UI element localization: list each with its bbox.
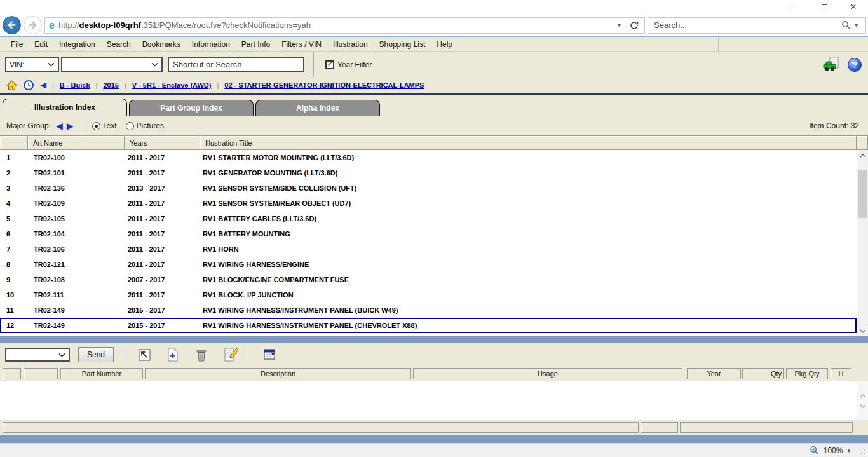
parts-scrollbar[interactable] [857,381,868,420]
pictures-radio[interactable] [126,122,134,130]
breadcrumb-year-link[interactable]: 2015 [103,81,118,89]
chevron-down-icon[interactable] [860,404,866,408]
table-row-selected[interactable]: 12TR02-1492015 - 2017RV1 WIRING HARNESS/… [0,318,857,333]
table-row[interactable]: 4TR02-1092011 - 2017RV1 SENSOR SYSTEM/RE… [0,196,857,211]
chevron-up-icon[interactable] [860,394,866,398]
shortcut-search-input[interactable]: Shortcut or Search [168,57,304,72]
filter-bar: Major Group: ◀ ▶ Text Pictures Item Coun… [0,116,868,135]
parts-header-year[interactable]: Year [687,368,741,379]
menu-illustration[interactable]: Illustration [327,40,374,49]
tab-illustration-index[interactable]: Illustration Index [3,99,127,116]
parts-toolbar: Send [0,343,868,367]
menu-shopping-list[interactable]: Shopping List [374,40,431,49]
breadcrumb-make-link[interactable]: B - Buick [60,81,90,89]
home-icon[interactable] [6,80,17,90]
scrollbar-thumb[interactable] [858,170,867,218]
parts-header-h[interactable]: H [831,368,851,379]
vin-select[interactable]: VIN: [5,57,59,72]
status-bar: 100% ▾ [0,443,868,457]
header-illustration-title[interactable]: Illustration Title [200,136,857,150]
chevron-down-icon [860,329,866,333]
menu-filters-vin[interactable]: Filters / VIN [276,40,327,49]
add-item-button[interactable] [165,347,180,362]
tab-part-group-index[interactable]: Part Group Index [129,100,254,116]
history-clock-icon[interactable] [23,79,34,91]
year-filter-checkbox[interactable]: ✓ [325,60,334,69]
search-icon[interactable] [841,20,851,30]
scroll-up-button[interactable] [857,150,868,161]
minimize-icon: – [792,2,797,12]
parts-header-qty[interactable]: Qty [742,368,784,379]
menu-divider [718,37,719,52]
parts-header-part-number[interactable]: Part Number [60,368,143,379]
navigation-bar: e http://desktop-l09qrhf:351/PQMace/root… [0,15,868,36]
forward-button[interactable] [24,16,42,34]
delete-button[interactable] [194,347,209,362]
parts-rows-empty [0,381,857,420]
add-document-icon [165,347,180,362]
tab-alpha-index[interactable]: Alpha Index [255,100,380,116]
menu-help[interactable]: Help [431,40,458,49]
breadcrumb: ◀ | B - Buick | 2015 | V - 5R1 - Enclave… [0,77,868,95]
major-group-next-icon[interactable]: ▶ [67,121,74,131]
restore-button[interactable] [810,0,839,14]
table-row[interactable]: 9TR02-1082007 - 2017RV1 BLOCK/ENGINE COM… [0,272,857,287]
vehicle-select[interactable] [61,57,163,72]
parts-header-usage[interactable]: Usage [413,368,682,379]
parts-action-select[interactable] [5,348,70,362]
close-button[interactable]: × [839,0,868,14]
menu-part-info[interactable]: Part Info [236,40,276,49]
table-row[interactable]: 10TR02-1112011 - 2017RV1 BLOCK- I/P JUNC… [0,287,857,303]
help-button[interactable]: ? [848,58,862,72]
chevron-up-icon [860,154,866,158]
zoom-level: 100% [824,446,843,455]
vertical-scrollbar[interactable] [857,150,868,336]
parts-header-pkg-qty[interactable]: Pkg Qty [786,368,828,379]
parts-header-description[interactable]: Description [145,368,411,379]
search-dropdown-icon[interactable]: ▾ [851,22,862,29]
zoom-dropdown-icon[interactable]: ▾ [847,447,850,454]
column-options-button[interactable] [262,347,277,362]
close-icon: × [850,1,856,13]
menu-information[interactable]: Information [186,40,236,49]
breadcrumb-group-link[interactable]: 02 - STARTER-GENERATOR-IGNITION-ELECTRIC… [224,81,424,89]
table-row[interactable]: 3TR02-1362013 - 2017RV1 SENSOR SYSTEM/SI… [0,181,857,196]
table-row[interactable]: 5TR02-1052011 - 2017RV1 BATTERY CABLES (… [0,211,857,226]
chevron-down-icon [151,62,158,67]
breadcrumb-back-icon[interactable]: ◀ [40,80,46,90]
url-text[interactable]: http://desktop-l09qrhf:351/PQMace/root.f… [58,20,614,30]
send-button[interactable]: Send [78,347,114,362]
year-filter-label: Year Filter [337,60,372,69]
header-art-name[interactable]: Art Name [28,136,125,150]
url-dropdown-icon[interactable]: ▾ [614,22,625,29]
table-row[interactable]: 11TR02-1492015 - 2017RV1 WIRING HARNESS/… [0,303,857,318]
refresh-button[interactable] [625,18,643,33]
separator-bar [0,336,868,343]
text-radio[interactable] [92,122,100,130]
table-row[interactable]: 2TR02-1012011 - 2017RV1 GENERATOR MOUNTI… [0,165,857,181]
question-mark-icon: ? [852,60,858,70]
menu-file[interactable]: File [5,40,29,49]
breadcrumb-model-link[interactable]: V - 5R1 - Enclave (AWD) [132,81,212,89]
table-row[interactable]: 8TR02-1212011 - 2017RV1 WIRING HARNESS/E… [0,257,857,272]
vehicle-report-icon[interactable] [822,57,841,73]
resize-grip[interactable] [864,453,865,454]
expand-view-button[interactable] [137,347,152,362]
major-group-prev-icon[interactable]: ◀ [56,121,63,131]
zoom-magnifier-icon[interactable] [810,446,819,455]
table-row[interactable]: 1TR02-1002011 - 2017RV1 STARTER MOTOR MO… [0,150,857,165]
table-row[interactable]: 7TR02-1062011 - 2017RV1 HORN [0,242,857,257]
separator-bar [0,435,868,443]
menu-integration[interactable]: Integration [53,40,101,49]
header-years[interactable]: Years [125,136,200,150]
table-row[interactable]: 6TR02-1042011 - 2017RV1 BATTERY MOUNTING [0,226,857,242]
scroll-down-button[interactable] [857,325,868,336]
edit-notes-button[interactable] [222,347,239,362]
search-box[interactable]: Search... ▾ [648,17,866,34]
menu-bookmarks[interactable]: Bookmarks [137,40,186,49]
minimize-button[interactable]: – [780,0,810,14]
back-button[interactable] [3,16,21,34]
menu-search[interactable]: Search [101,40,137,49]
address-bar[interactable]: e http://desktop-l09qrhf:351/PQMace/root… [44,17,645,34]
menu-edit[interactable]: Edit [29,40,53,49]
